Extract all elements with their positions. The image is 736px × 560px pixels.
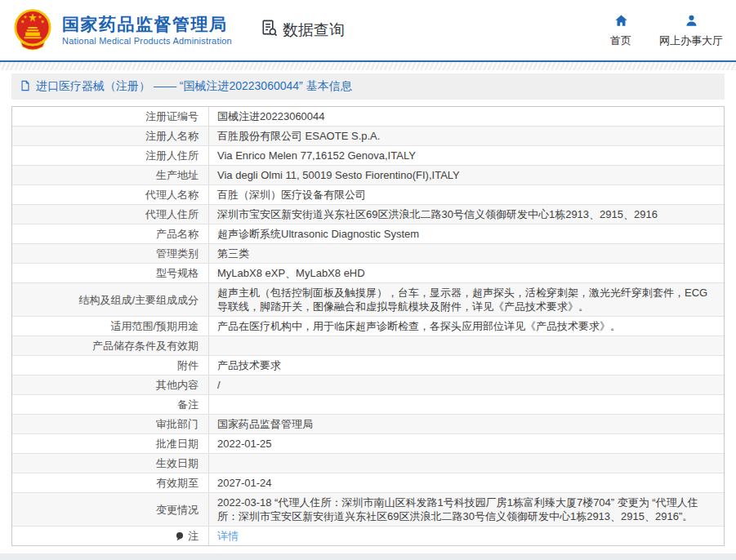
brand-text: 国家药品监督管理局 National Medical Products Admi… [62,15,232,46]
table-row: 产品储存条件及有效期 [12,336,724,356]
row-label-text: 注 [188,529,198,543]
table-row: 代理人名称百胜（深圳）医疗设备有限公司 [12,185,724,205]
table-row: 结构及组成/主要组成成分超声主机（包括控制面板及触摸屏），台车，显示器，超声探头… [12,283,724,317]
row-value: 国械注进20223060044 [208,107,724,126]
row-label: 注册证编号 [12,107,208,126]
table-row: 其他内容/ [12,376,724,395]
row-label: 备注 [12,395,208,414]
table-row: 注详情 [12,527,724,545]
row-value: / [208,376,724,394]
row-value-text: 产品在医疗机构中，用于临床超声诊断检查，各探头应用部位详见《产品技术要求》。 [217,319,621,333]
row-value [208,454,724,473]
breadcrumb: 进口医疗器械（注册） —— “国械注进20223060044” 基本信息 [11,73,725,100]
row-label-text: 产品名称 [156,227,198,241]
row-label-text: 备注 [177,398,198,411]
row-label: 生效日期 [12,454,208,473]
table-row: 型号规格MyLabX8 eXP、MyLabX8 eHD [12,264,724,283]
row-value: 2022-03-18 “代理人住所：深圳市南山区科发路1号科技园厂房1栋富利臻大… [208,493,724,526]
row-value: 深圳市宝安区新安街道兴东社区69区洪浪北二路30号信义领御研发中心1栋2913、… [208,205,724,224]
home-icon [613,13,629,31]
row-label-text: 注册证编号 [145,109,198,123]
note-balloon-icon [175,531,185,541]
row-value: 百胜股份有限公司 ESAOTE S.p.A. [208,127,724,145]
row-label-text: 结构及组成/主要组成成分 [78,293,198,307]
row-label: 产品名称 [12,224,208,243]
row-value: 2022-01-25 [208,434,724,453]
row-label-text: 注册人住所 [145,149,198,162]
row-value: 2027-01-24 [208,473,724,492]
table-row: 生效日期 [12,454,724,473]
row-value: 详情 [208,527,724,545]
table-row: 有效期至2027-01-24 [12,473,724,493]
row-value-text: Via Enrico Melen 77,16152 Genova,ITALY [217,149,416,162]
nav-service-hall[interactable]: 网上办事大厅 [659,13,723,48]
row-value-text: MyLabX8 eXP、MyLabX8 eHD [217,266,365,280]
table-row: 适用范围/预期用途产品在医疗机构中，用于临床超声诊断检查，各探头应用部位详见《产… [12,317,724,336]
row-label: 产品储存条件及有效期 [12,336,208,355]
nav-home[interactable]: 首页 [610,13,631,48]
row-value: 产品在医疗机构中，用于临床超声诊断检查，各探头应用部位详见《产品技术要求》。 [208,317,724,336]
user-icon [684,13,699,31]
page-footer-strip [0,553,736,560]
row-value-text: 国械注进20223060044 [217,109,325,123]
table-row: 管理类别第三类 [12,244,724,264]
row-value-text: 深圳市宝安区新安街道兴东社区69区洪浪北二路30号信义领御研发中心1栋2913、… [217,207,658,221]
row-label: 结构及组成/主要组成成分 [12,283,208,316]
row-label: 型号规格 [12,264,208,282]
row-value-text: Via degli Olmi 11, 50019 Sesto Fiorentin… [217,168,460,182]
row-value: Via degli Olmi 11, 50019 Sesto Fiorentin… [208,166,724,184]
document-icon [20,80,31,94]
row-value-text: 超声诊断系统Ultrasonic Diagnostic System [217,227,419,241]
detail-link[interactable]: 详情 [217,529,239,543]
row-label: 注 [12,527,208,545]
row-label: 生产地址 [12,166,208,184]
table-row: 附件产品技术要求 [12,356,724,376]
national-emblem-logo [11,7,54,53]
data-query-tab[interactable]: 数据查询 [260,19,345,42]
row-label-text: 其他内容 [156,378,198,392]
row-value: 第三类 [208,244,724,263]
row-label: 适用范围/预期用途 [12,317,208,336]
row-label-text: 批准日期 [156,437,198,451]
row-label-text: 型号规格 [156,266,198,280]
data-query-label: 数据查询 [283,20,345,41]
row-label: 注册人住所 [12,146,208,165]
row-value: 超声诊断系统Ultrasonic Diagnostic System [208,224,724,243]
row-label: 批准日期 [12,434,208,453]
row-label: 代理人名称 [12,185,208,204]
row-value-text: 超声主机（包括控制面板及触摸屏），台车，显示器，超声探头，活检穿刺架，激光光纤穿… [217,286,716,313]
breadcrumb-text: 进口医疗器械（注册） —— “国械注进20223060044” 基本信息 [36,79,352,94]
row-value: 百胜（深圳）医疗设备有限公司 [208,185,724,204]
table-row: 代理人住所深圳市宝安区新安街道兴东社区69区洪浪北二路30号信义领御研发中心1栋… [12,205,724,224]
row-value: 国家药品监督管理局 [208,415,724,433]
row-label-text: 附件 [177,358,198,372]
table-row: 产品名称超声诊断系统Ultrasonic Diagnostic System [12,224,724,244]
table-row: 审批部门国家药品监督管理局 [12,415,724,434]
row-label: 其他内容 [12,376,208,394]
row-value [208,395,724,414]
row-value: MyLabX8 eXP、MyLabX8 eHD [208,264,724,282]
table-row: 注册证编号国械注进20223060044 [12,107,724,127]
row-label-text: 管理类别 [156,247,198,260]
row-label: 代理人住所 [12,205,208,224]
table-row: 备注 [12,395,724,415]
row-label: 管理类别 [12,244,208,263]
row-value-text: 2022-03-18 “代理人住所：深圳市南山区科发路1号科技园厂房1栋富利臻大… [217,496,716,523]
row-value: Via Enrico Melen 77,16152 Genova,ITALY [208,146,724,165]
table-row: 注册人名称百胜股份有限公司 ESAOTE S.p.A. [12,127,724,146]
row-label: 注册人名称 [12,127,208,145]
site-title-cn: 国家药品监督管理局 [62,15,232,34]
row-value: 产品技术要求 [208,356,724,375]
row-label-text: 生产地址 [156,168,198,182]
row-value-text: 国家药品监督管理局 [217,417,313,431]
table-row: 注册人住所Via Enrico Melen 77,16152 Genova,IT… [12,146,724,166]
row-value-text: 第三类 [217,247,249,260]
brand: 国家药品监督管理局 National Medical Products Admi… [11,7,232,53]
table-row: 变更情况2022-03-18 “代理人住所：深圳市南山区科发路1号科技园厂房1栋… [12,493,724,527]
page: 国家药品监督管理局 National Medical Products Admi… [0,0,736,560]
row-value-text: 百胜（深圳）医疗设备有限公司 [217,188,366,202]
row-value-text: 百胜股份有限公司 ESAOTE S.p.A. [217,129,380,143]
top-nav: 首页 网上办事大厅 [610,13,723,48]
site-header: 国家药品监督管理局 National Medical Products Admi… [0,0,736,62]
row-label-text: 代理人住所 [145,207,198,221]
